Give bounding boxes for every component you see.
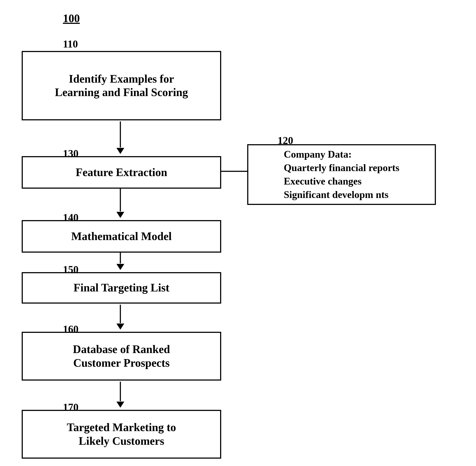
svg-marker-7 <box>116 324 124 330</box>
box-targeted-marketing: Targeted Marketing toLikely Customers <box>22 410 221 459</box>
box-final-targeting-list-text: Final Targeting List <box>69 279 174 297</box>
step-110-label: 110 <box>63 38 78 50</box>
fig-number: 100 <box>63 12 80 25</box>
box-database-ranked-text: Database of RankedCustomer Prospects <box>69 340 174 372</box>
box-database-ranked: Database of RankedCustomer Prospects <box>22 332 221 381</box>
diagram-container: 100 110 Identify Examples forLearning an… <box>0 0 476 466</box>
box-mathematical-model: Mathematical Model <box>22 220 221 253</box>
box-identify-examples-text: Identify Examples forLearning and Final … <box>50 70 192 102</box>
box-company-data-text: Company Data:Quarterly financial reports… <box>279 146 404 204</box>
svg-marker-1 <box>116 148 124 154</box>
box-feature-extraction-text: Feature Extraction <box>71 163 172 181</box>
box-targeted-marketing-text: Targeted Marketing toLikely Customers <box>62 419 180 450</box>
svg-marker-5 <box>116 264 124 270</box>
box-final-targeting-list: Final Targeting List <box>22 272 221 303</box>
svg-marker-9 <box>116 402 124 408</box>
box-identify-examples: Identify Examples forLearning and Final … <box>22 51 221 120</box>
box-feature-extraction: Feature Extraction <box>22 156 221 189</box>
box-mathematical-model-text: Mathematical Model <box>67 227 176 245</box>
box-company-data: Company Data:Quarterly financial reports… <box>247 144 436 205</box>
svg-marker-3 <box>116 212 124 218</box>
